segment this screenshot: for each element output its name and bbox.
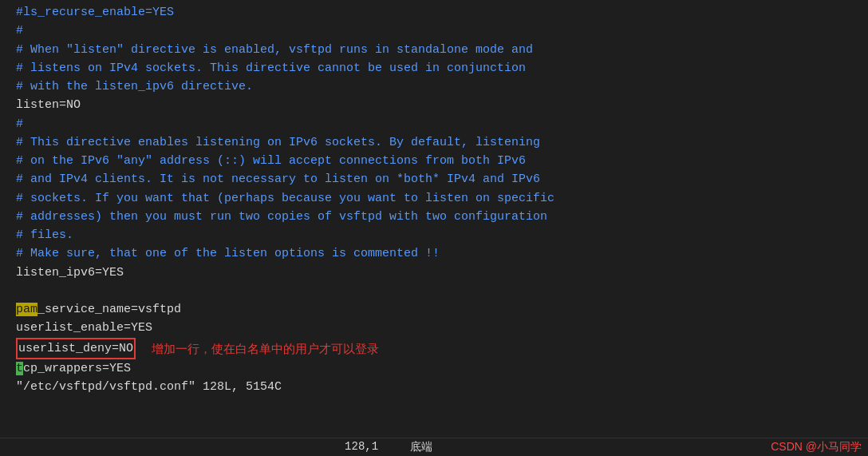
line-1: #ls_recurse_enable=YES: [6, 3, 862, 22]
line-7: #: [6, 115, 862, 133]
line-content-9: # on the IPv6 "any" address (::) will ac…: [16, 152, 862, 170]
line-content-15: listen_ipv6=YES: [16, 264, 862, 282]
line-content-19: userlist_deny=NO 增加一行，使在白名单中的用户才可以登录: [16, 338, 862, 359]
cursor-position: 128,1: [345, 440, 378, 454]
line-2: #: [6, 22, 862, 40]
line-content-8: # This directive enables listening on IP…: [16, 133, 862, 152]
line-12: # addresses) then you must run two copie…: [6, 208, 862, 226]
line-content-6: listen=NO: [16, 96, 862, 114]
line-content-16: [16, 282, 862, 300]
tcp-highlight: t: [16, 362, 23, 375]
line-content-18: userlist_enable=YES: [16, 319, 862, 337]
line-20: tcp_wrappers=YES: [6, 359, 862, 378]
line-content-7: #: [16, 115, 862, 133]
line-14: # Make sure, that one of the listen opti…: [6, 244, 862, 263]
line-content-13: # files.: [16, 226, 862, 244]
line-17: pam_service_name=vsftpd: [6, 300, 862, 319]
line-6: listen=NO: [6, 96, 862, 114]
line-content-14: # Make sure, that one of the listen opti…: [16, 244, 862, 263]
userlist-deny-boxed: userlist_deny=NO: [16, 338, 136, 359]
line-19: userlist_deny=NO 增加一行，使在白名单中的用户才可以登录: [6, 338, 862, 359]
line-5: # with the listen_ipv6 directive.: [6, 77, 862, 96]
line-8: # This directive enables listening on IP…: [6, 133, 862, 152]
line-content-17: pam_service_name=vsftpd: [16, 300, 862, 319]
line-3: # When "listen" directive is enabled, vs…: [6, 41, 862, 59]
csdn-badge: CSDN @小马同学: [771, 440, 862, 454]
line-content-5: # with the listen_ipv6 directive.: [16, 77, 862, 96]
editor-container: #ls_recurse_enable=YES # # When "listen"…: [0, 0, 868, 456]
line-4: # listens on IPv4 sockets. This directiv…: [6, 59, 862, 77]
line-content-12: # addresses) then you must run two copie…: [16, 208, 862, 226]
line-content-11: # sockets. If you want that (perhaps bec…: [16, 189, 862, 208]
line-content-21: "/etc/vsftpd/vsftpd.conf" 128L, 5154C: [16, 378, 862, 396]
line-content-3: # When "listen" directive is enabled, vs…: [16, 41, 862, 59]
status-bar: 128,1 底端 CSDN @小马同学: [0, 438, 868, 456]
line-content-4: # listens on IPv4 sockets. This directiv…: [16, 59, 862, 77]
status-right: 128,1 底端: [345, 440, 432, 454]
line-11: # sockets. If you want that (perhaps bec…: [6, 189, 862, 208]
line-18: userlist_enable=YES: [6, 319, 862, 337]
line-13: # files.: [6, 226, 862, 244]
line-9: # on the IPv6 "any" address (::) will ac…: [6, 152, 862, 170]
code-area: #ls_recurse_enable=YES # # When "listen"…: [0, 3, 868, 396]
line-15: listen_ipv6=YES: [6, 264, 862, 282]
line-content-20: tcp_wrappers=YES: [16, 359, 862, 378]
scroll-position: 底端: [410, 440, 432, 454]
pam-highlight: pam: [16, 303, 37, 316]
line-content-2: #: [16, 22, 862, 40]
line-10: # and IPv4 clients. It is not necessary …: [6, 170, 862, 188]
line-content-10: # and IPv4 clients. It is not necessary …: [16, 170, 862, 188]
annotation-text: 增加一行，使在白名单中的用户才可以登录: [152, 339, 379, 358]
line-content-1: #ls_recurse_enable=YES: [16, 3, 862, 22]
line-21: "/etc/vsftpd/vsftpd.conf" 128L, 5154C: [6, 378, 862, 396]
line-16: [6, 282, 862, 300]
